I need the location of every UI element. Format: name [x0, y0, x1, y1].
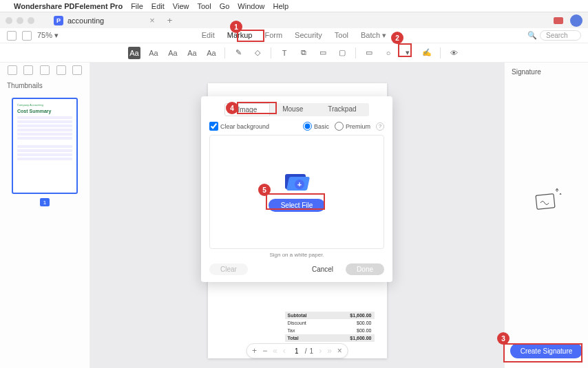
separator [271, 47, 271, 58]
dialog-tabs: Image Mouse Trackpad [209, 103, 384, 116]
text-style-2-icon[interactable]: Aa [167, 47, 179, 59]
thumbnails-tab-icon[interactable] [8, 65, 17, 75]
page-thumbnail[interactable]: Company Accounting Cost Summary [12, 98, 78, 194]
current-page-input[interactable] [291, 347, 302, 355]
clear-bg-input[interactable] [209, 122, 218, 131]
signature-tool-icon[interactable]: ✍ [421, 47, 433, 59]
app-name[interactable]: Wondershare PDFelement Pro [14, 2, 123, 10]
tab-trackpad[interactable]: Trackpad [315, 103, 368, 116]
thumb-header: Company Accounting [17, 103, 72, 107]
text-style-4-icon[interactable]: Aa [205, 47, 218, 59]
text-style-1-icon[interactable]: Aa [147, 47, 160, 59]
secondary-toolbar: 75% ▾ Edit Markup Form Security Tool Bat… [0, 28, 588, 43]
signature-dialog: Image Mouse Trackpad Clear background Ba… [201, 96, 392, 282]
window-title-bar: P accounting × + [0, 12, 588, 28]
search-icon[interactable]: 🔍 [527, 31, 537, 40]
menu-window[interactable]: Window [238, 2, 264, 10]
oval-icon[interactable]: ○ [382, 47, 395, 59]
right-sidebar: Signature Create Signature [504, 63, 588, 368]
file-dropzone[interactable]: + Select File [209, 135, 384, 249]
done-button[interactable]: Done [346, 263, 384, 275]
zoom-level[interactable]: 75% ▾ [37, 31, 59, 40]
text-box-icon[interactable]: T [278, 47, 291, 59]
thumb-page-number: 1 [40, 198, 50, 206]
callout-icon[interactable]: ⧉ [297, 47, 310, 59]
page-navigator: + − « ‹ / 1 › » × [246, 343, 348, 358]
text-style-3-icon[interactable]: Aa [186, 47, 198, 59]
user-avatar[interactable] [570, 14, 582, 27]
sum-value: $00.00 [357, 321, 371, 325]
thumb-title: Cost Summary [17, 109, 72, 113]
menu-go[interactable]: Go [220, 2, 230, 10]
page-indicator: / 1 [291, 347, 313, 355]
sidebar-toggle-icon[interactable] [7, 31, 17, 41]
new-tab-icon[interactable]: + [167, 15, 173, 25]
stamp-icon[interactable]: ▾ [401, 47, 414, 59]
tab-image[interactable]: Image [224, 103, 270, 116]
area-highlight-icon[interactable]: ▢ [336, 47, 348, 59]
folder-upload-icon: + [285, 173, 308, 191]
menu-view[interactable]: View [173, 2, 189, 10]
attachments-tab-icon[interactable] [72, 65, 82, 75]
tab-tool[interactable]: Tool [335, 31, 348, 40]
separator [224, 47, 225, 58]
pencil-icon[interactable]: ✎ [232, 47, 244, 59]
menu-tool[interactable]: Tool [197, 2, 211, 10]
tab-form[interactable]: Form [264, 31, 282, 40]
markup-toolbar: Aa Aa Aa Aa Aa ✎ ◇ T ⧉ ▭ ▢ ▭ ○ ▾ ✍ 👁 [0, 43, 588, 63]
next-page-icon[interactable]: › [319, 346, 322, 356]
document-tab[interactable]: P accounting × + [54, 15, 172, 25]
pdf-icon: P [54, 16, 63, 25]
tab-markup[interactable]: Markup [227, 31, 253, 40]
menu-edit[interactable]: Edit [151, 2, 165, 10]
close-nav-icon[interactable]: × [337, 346, 342, 356]
rectangle-icon[interactable]: ▭ [363, 47, 375, 59]
sum-label: Subtotal [288, 313, 307, 318]
tab-mouse[interactable]: Mouse [270, 103, 315, 116]
search-tab-icon[interactable] [56, 65, 66, 75]
sum-value: $1,600.00 [350, 336, 371, 340]
search-input[interactable]: Search [540, 30, 581, 41]
zoom-in-icon[interactable]: + [252, 346, 257, 356]
create-signature-button[interactable]: Create Signature [510, 343, 582, 358]
dialog-hint: Sign on a white paper. [209, 252, 384, 258]
right-indicator-icon[interactable] [554, 17, 563, 24]
premium-radio[interactable]: Premium [335, 122, 370, 131]
menu-file[interactable]: File [131, 2, 143, 10]
close-tab-icon[interactable]: × [149, 15, 155, 25]
left-sidebar: Thumbnails Company Accounting Cost Summa… [0, 63, 90, 368]
view-mode-icon[interactable] [22, 31, 32, 41]
tab-batch[interactable]: Batch ▾ [361, 31, 386, 40]
basic-radio[interactable]: Basic [303, 122, 329, 131]
tab-security[interactable]: Security [295, 31, 322, 40]
mac-menu-bar: Wondershare PDFelement Pro File Edit Vie… [0, 0, 588, 12]
clear-button[interactable]: Clear [209, 263, 248, 275]
sum-value: $1,600.00 [350, 313, 371, 318]
tab-edit[interactable]: Edit [202, 31, 215, 40]
clear-background-checkbox[interactable]: Clear background [209, 122, 269, 131]
document-name: accounting [67, 17, 104, 25]
zoom-out-icon[interactable]: − [262, 346, 267, 356]
sum-label: Discount [288, 321, 306, 325]
sidebar-tabs [0, 63, 90, 78]
eraser-icon[interactable]: ◇ [251, 47, 264, 59]
select-file-button[interactable]: Select File [269, 199, 326, 212]
menu-help[interactable]: Help [273, 2, 288, 10]
svg-rect-0 [536, 194, 555, 210]
hide-markup-icon[interactable]: 👁 [448, 47, 460, 59]
sum-value: $00.00 [357, 328, 371, 333]
first-page-icon[interactable]: « [273, 346, 277, 356]
cancel-button[interactable]: Cancel [305, 263, 340, 275]
annotations-tab-icon[interactable] [40, 65, 50, 75]
help-icon[interactable]: ? [376, 122, 384, 131]
total-pages: 1 [310, 347, 314, 355]
traffic-lights[interactable] [6, 17, 34, 24]
sum-label: Tax [288, 328, 295, 333]
last-page-icon[interactable]: » [327, 346, 332, 356]
prev-page-icon[interactable]: ‹ [283, 346, 286, 356]
main-tabs: Edit Markup Form Security Tool Batch ▾ [202, 31, 386, 40]
note-icon[interactable]: ▭ [317, 47, 329, 59]
bookmarks-tab-icon[interactable] [23, 65, 33, 75]
summary-table: Subtotal$1,600.00 Discount$00.00 Tax$00.… [285, 312, 375, 342]
highlight-tool-icon[interactable]: Aa [128, 47, 140, 59]
